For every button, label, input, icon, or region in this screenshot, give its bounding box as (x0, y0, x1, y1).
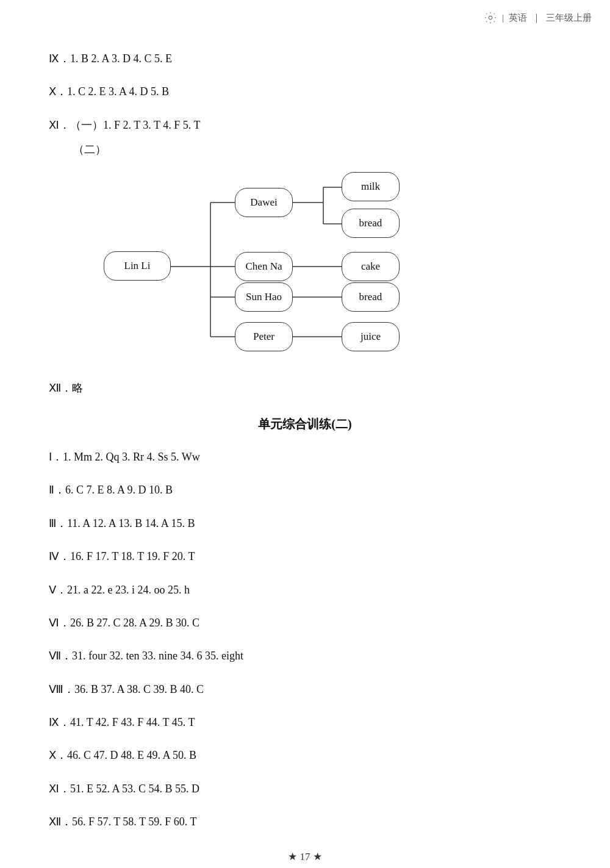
dawei-box: Dawei (235, 188, 293, 217)
s2-line-8: Ⅸ．41. T 42. F 43. F 44. T 45. T (49, 712, 561, 732)
s2-line-0: Ⅰ．1. Mm 2. Qq 3. Rr 4. Ss 5. Ww (49, 447, 561, 467)
s2-line-1: Ⅱ．6. C 7. E 8. A 9. D 10. B (49, 480, 561, 500)
header-separator: ｜ (532, 12, 541, 24)
s2-line-11: Ⅻ．56. F 57. T 58. T 59. F 60. T (49, 812, 561, 831)
peter-box: Peter (235, 322, 293, 351)
header-divider: | (502, 13, 504, 23)
s2-line-2: Ⅲ．11. A 12. A 13. B 14. A 15. B (49, 514, 561, 533)
section2-title: 单元综合训练(二) (49, 416, 561, 432)
linli-box: Lin Li (104, 251, 171, 281)
line-x: Ⅹ．1. C 2. E 3. A 4. D 5. B (49, 82, 561, 101)
line-xi-2: （二） (73, 140, 561, 159)
cake-box: cake (342, 252, 400, 281)
s2-line-6: Ⅶ．31. four 32. ten 33. nine 34. 6 35. ei… (49, 646, 561, 665)
s2-line-10: Ⅺ．51. E 52. A 53. C 54. B 55. D (49, 779, 561, 798)
sunhao-box: Sun Hao (235, 282, 293, 312)
page-number: ★ 17 ★ (49, 850, 561, 863)
svg-point-0 (489, 16, 492, 20)
diagram-area: Lin Li Dawei Chen Na Sun Hao Peter milk … (98, 166, 464, 367)
line-xi-1: Ⅺ．（一）1. F 2. T 3. T 4. F 5. T (49, 115, 561, 135)
s2-line-3: Ⅳ．16. F 17. T 18. T 19. F 20. T (49, 547, 561, 566)
line-ix: Ⅸ．1. B 2. A 3. D 4. C 5. E (49, 49, 561, 68)
s2-line-7: Ⅷ．36. B 37. A 38. C 39. B 40. C (49, 680, 561, 699)
bread1-box: bread (342, 209, 400, 238)
bread2-box: bread (342, 282, 400, 312)
line-xii: Ⅻ．略 (49, 378, 561, 398)
s2-line-9: Ⅹ．46. C 47. D 48. E 49. A 50. B (49, 745, 561, 765)
gear-icon (484, 11, 497, 24)
header-grade: 三年级上册 (546, 12, 592, 24)
s2-line-5: Ⅵ．26. B 27. C 28. A 29. B 30. C (49, 613, 561, 633)
header-subject: 英语 (509, 12, 527, 24)
s2-line-4: Ⅴ．21. a 22. e 23. i 24. oo 25. h (49, 580, 561, 600)
juice-box: juice (342, 322, 400, 351)
milk-box: milk (342, 172, 400, 201)
page-header: | 英语 ｜ 三年级上册 (484, 11, 592, 24)
chenna-box: Chen Na (235, 252, 293, 281)
main-content: Ⅸ．1. B 2. A 3. D 4. C 5. E Ⅹ．1. C 2. E 3… (0, 12, 610, 868)
